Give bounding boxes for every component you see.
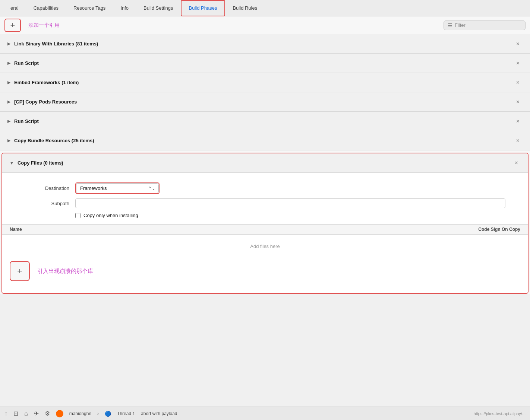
phase-copy-bundle[interactable]: ▶ Copy Bundle Resources (25 items) × <box>0 131 530 150</box>
tab-capabilities[interactable]: Capabilities <box>26 0 66 16</box>
files-table-header: Name Code Sign On Copy <box>2 224 528 235</box>
filter-icon: ☰ <box>448 22 452 28</box>
add-files-area: Add files here <box>2 235 528 258</box>
phase-run-script-1-close[interactable]: × <box>513 58 523 68</box>
tab-resource-tags[interactable]: Resource Tags <box>66 0 113 16</box>
phase-run-script-2-close[interactable]: × <box>513 117 523 126</box>
status-icon-home[interactable]: ⌂ <box>24 410 28 417</box>
copy-files-header[interactable]: ▼ Copy Files (0 items) × <box>2 153 528 173</box>
tab-general[interactable]: eral <box>3 0 26 16</box>
tab-build-settings[interactable]: Build Settings <box>136 0 181 16</box>
tab-build-phases[interactable]: Build Phases <box>181 0 225 16</box>
destination-row: Destination Frameworks Products Director… <box>2 180 528 196</box>
destination-label: Destination <box>25 185 69 191</box>
copy-only-checkbox[interactable] <box>75 213 81 218</box>
phase-embed-frameworks-title: Embed Frameworks (1 item) <box>14 80 513 85</box>
plus-icon: + <box>10 20 15 30</box>
phase-embed-frameworks-close[interactable]: × <box>513 78 523 88</box>
tab-bar: eral Capabilities Resource Tags Info Bui… <box>0 0 530 16</box>
copy-files-section: ▼ Copy Files (0 items) × Destination Fra… <box>1 153 529 294</box>
bottom-add-row: + 引入出现崩溃的那个库 <box>2 258 528 287</box>
main-content: ▶ Link Binary With Libraries (81 items) … <box>0 34 530 294</box>
phase-embed-frameworks[interactable]: ▶ Embed Frameworks (1 item) × <box>0 73 530 92</box>
toolbar-hint-text: 添加一个引用 <box>28 22 444 29</box>
phase-cp-copy-pods[interactable]: ▶ [CP] Copy Pods Resources × <box>0 92 530 112</box>
phase-run-script-2[interactable]: ▶ Run Script × <box>0 112 530 131</box>
add-files-placeholder: Add files here <box>250 244 280 249</box>
phase-cp-copy-pods-close[interactable]: × <box>513 97 523 107</box>
phase-run-script-1[interactable]: ▶ Run Script × <box>0 54 530 73</box>
copy-only-row: Copy only when installing <box>2 210 528 220</box>
add-reference-button[interactable]: + <box>4 19 21 32</box>
subpath-input[interactable] <box>75 198 505 208</box>
tab-build-rules[interactable]: Build Rules <box>225 0 265 16</box>
status-user: mahionghn <box>69 411 91 416</box>
bottom-add-button[interactable]: + <box>10 261 30 281</box>
phase-link-binary-title: Link Binary With Libraries (81 items) <box>14 41 513 47</box>
status-url: https://pkcs-test-api.alipay/... <box>474 411 526 416</box>
copy-files-title: Copy Files (0 items) <box>18 160 512 166</box>
bottom-hint-text: 引入出现崩溃的那个库 <box>37 268 93 275</box>
copy-files-content: Destination Frameworks Products Director… <box>2 173 528 293</box>
status-bar: ↑ ⊡ ⌂ ✈ ⚙ mahionghn › 🔵 Thread 1 abort w… <box>0 407 530 420</box>
filter-box[interactable]: ☰ Filter <box>444 20 526 30</box>
status-thread: Thread 1 <box>117 411 135 416</box>
status-icon-panel[interactable]: ⊡ <box>13 410 18 417</box>
status-abort: abort with payload <box>141 411 177 416</box>
phase-cp-copy-pods-title: [CP] Copy Pods Resources <box>14 99 513 105</box>
user-avatar <box>56 410 63 417</box>
filter-label: Filter <box>455 22 466 28</box>
chevron-right-icon: ▶ <box>7 99 10 104</box>
phase-link-binary-close[interactable]: × <box>513 39 523 49</box>
plus-icon: + <box>17 266 22 276</box>
chevron-right-icon: ▶ <box>7 119 10 124</box>
table-col-codesign: Code Sign On Copy <box>461 227 520 232</box>
destination-select[interactable]: Frameworks Products Directory Wrapper Ex… <box>76 184 158 193</box>
chevron-right-icon: ▶ <box>7 41 10 46</box>
phase-link-binary[interactable]: ▶ Link Binary With Libraries (81 items) … <box>0 34 530 54</box>
copy-files-close[interactable]: × <box>512 158 520 168</box>
chevron-right-icon: ▶ <box>7 138 10 143</box>
phase-run-script-1-title: Run Script <box>14 60 513 66</box>
phase-run-script-2-title: Run Script <box>14 118 513 124</box>
status-thread-icon: 🔵 <box>105 411 111 417</box>
status-chevron: › <box>97 411 99 416</box>
tab-info[interactable]: Info <box>113 0 136 16</box>
table-col-name: Name <box>10 227 461 232</box>
toolbar-row: + 添加一个引用 ☰ Filter <box>0 16 530 34</box>
phase-copy-bundle-close[interactable]: × <box>513 136 523 146</box>
status-icon-gear[interactable]: ⚙ <box>45 410 50 417</box>
chevron-down-icon: ▼ <box>10 161 14 165</box>
destination-select-wrapper[interactable]: Frameworks Products Directory Wrapper Ex… <box>76 183 159 193</box>
status-icon-send[interactable]: ✈ <box>34 410 39 417</box>
phase-copy-bundle-title: Copy Bundle Resources (25 items) <box>14 138 513 143</box>
destination-select-outer: Frameworks Products Directory Wrapper Ex… <box>75 182 160 194</box>
copy-only-label: Copy only when installing <box>83 213 138 218</box>
status-icon-upload[interactable]: ↑ <box>4 410 7 417</box>
subpath-row: Subpath <box>2 196 528 210</box>
subpath-label: Subpath <box>25 201 69 206</box>
chevron-right-icon: ▶ <box>7 61 10 66</box>
chevron-right-icon: ▶ <box>7 80 10 85</box>
